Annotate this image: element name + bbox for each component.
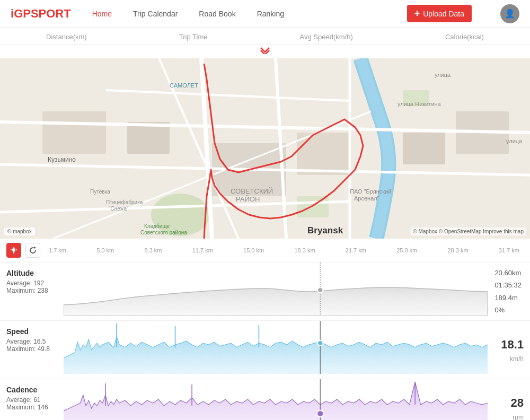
cadence-right-value: 28 rpm xyxy=(488,379,530,420)
chevron-down-icon xyxy=(260,47,270,54)
map-credit: © Mapbox © OpenStreetMap Improve this ma… xyxy=(411,228,526,235)
chart-controls: 1.7 km 5.0 km 8.3 km 11.7 km 15.0 km 18.… xyxy=(0,239,530,262)
svg-text:ПАО "Брянский: ПАО "Брянский xyxy=(350,188,391,195)
svg-text:Кузьмино: Кузьмино xyxy=(48,156,76,163)
svg-text:Кладбище: Кладбище xyxy=(144,223,170,229)
km-ruler: 1.7 km 5.0 km 8.3 km 11.7 km 15.0 km 18.… xyxy=(45,247,524,253)
speed-current-value: 18.1 xyxy=(501,335,524,354)
location-icon xyxy=(10,247,17,254)
charts-area: Altitude Average: 192 Maximum: 238 xyxy=(0,262,530,420)
cadence-svg xyxy=(64,379,488,420)
svg-rect-9 xyxy=(403,133,445,164)
plus-icon: + xyxy=(414,8,420,19)
cadence-chart-graph xyxy=(64,379,488,420)
mapbox-logo: © mapbox xyxy=(4,228,35,235)
svg-point-40 xyxy=(317,287,323,293)
altitude-right-values: 20.60km 01:35:32 189.4m 0% xyxy=(488,262,530,320)
altitude-chart-section: Altitude Average: 192 Maximum: 238 xyxy=(0,262,530,321)
svg-text:улица Никитина: улица Никитина xyxy=(398,101,441,107)
header: iGPSPORT Home Trip Calendar Road Book Ra… xyxy=(0,0,530,28)
map-container[interactable]: Bryansk Кузьмино САМОЛЕТ Птицефабрика "С… xyxy=(0,58,530,239)
stat-avg-speed: Avg Speed(km/h) xyxy=(300,33,353,41)
cadence-unit: rpm xyxy=(513,413,524,421)
speed-avg: Average: 16.5 xyxy=(6,338,57,345)
map-svg: Bryansk Кузьмино САМОЛЕТ Птицефабрика "С… xyxy=(0,58,530,239)
svg-rect-8 xyxy=(297,133,350,175)
stat-calorie: Calorie(kcal) xyxy=(445,33,484,41)
reset-icon xyxy=(29,247,37,254)
svg-text:Птицефабрика: Птицефабрика xyxy=(106,199,143,205)
collapse-button[interactable] xyxy=(0,45,530,58)
speed-svg xyxy=(64,321,488,374)
speed-max: Maximum: 49.8 xyxy=(6,345,57,353)
cadence-chart-left: Cadence Average: 61 Maximum: 146 xyxy=(0,379,64,420)
nav: Home Trip Calendar Road Book Ranking + U… xyxy=(92,4,519,23)
altitude-svg xyxy=(64,262,488,316)
altitude-avg: Average: 192 xyxy=(6,279,57,287)
svg-text:улица: улица xyxy=(435,72,451,78)
svg-text:СОВЕТСКИЙ: СОВЕТСКИЙ xyxy=(231,187,273,195)
altitude-max: Maximum: 238 xyxy=(6,287,57,294)
reset-button[interactable] xyxy=(25,243,40,258)
stat-trip-time: Trip Time xyxy=(179,33,208,41)
svg-text:САМОЛЕТ: САМОЛЕТ xyxy=(170,82,198,89)
svg-text:РАЙОН: РАЙОН xyxy=(236,195,260,203)
svg-text:Арсенал": Арсенал" xyxy=(354,195,379,202)
cadence-chart-section: Cadence Average: 61 Maximum: 146 xyxy=(0,379,530,420)
cadence-current-value: 28 xyxy=(511,393,524,412)
cadence-max: Maximum: 146 xyxy=(6,404,57,411)
speed-chart-graph xyxy=(64,321,488,374)
cadence-title: Cadence xyxy=(6,386,57,394)
stat-distance: Distance(km) xyxy=(46,33,87,41)
nav-trip-calendar[interactable]: Trip Calendar xyxy=(133,10,178,18)
svg-rect-5 xyxy=(42,111,106,154)
svg-point-45 xyxy=(317,340,323,346)
speed-unit: km/h xyxy=(510,354,524,364)
svg-point-50 xyxy=(317,410,324,417)
speed-chart-left: Speed Average: 16.5 Maximum: 49.8 xyxy=(0,321,64,379)
nav-road-book[interactable]: Road Book xyxy=(199,10,235,18)
logo: iGPSPORT xyxy=(11,7,71,21)
speed-chart-section: Speed Average: 16.5 Maximum: 49.8 xyxy=(0,321,530,379)
speed-right-value: 18.1 km/h xyxy=(488,321,530,379)
nav-home[interactable]: Home xyxy=(92,10,112,18)
speed-title: Speed xyxy=(6,327,57,336)
altitude-title: Altitude xyxy=(6,269,57,277)
stats-bar: Distance(km) Trip Time Avg Speed(km/h) C… xyxy=(0,28,530,45)
location-button[interactable] xyxy=(6,243,21,258)
avatar[interactable]: 👤 xyxy=(500,4,519,23)
nav-ranking[interactable]: Ranking xyxy=(257,10,284,18)
altitude-chart-left: Altitude Average: 192 Maximum: 238 xyxy=(0,262,64,320)
altitude-chart-graph xyxy=(64,262,488,316)
upload-data-button[interactable]: + Upload Data xyxy=(407,5,472,22)
svg-text:улица: улица xyxy=(506,138,523,144)
cadence-avg: Average: 61 xyxy=(6,396,57,404)
svg-text:Bryansk: Bryansk xyxy=(307,225,343,235)
svg-point-38 xyxy=(12,248,15,251)
svg-text:Путёвка: Путёвка xyxy=(90,189,110,195)
svg-text:Советского района: Советского района xyxy=(140,230,187,235)
svg-text:"Снежа": "Снежа" xyxy=(109,206,129,212)
